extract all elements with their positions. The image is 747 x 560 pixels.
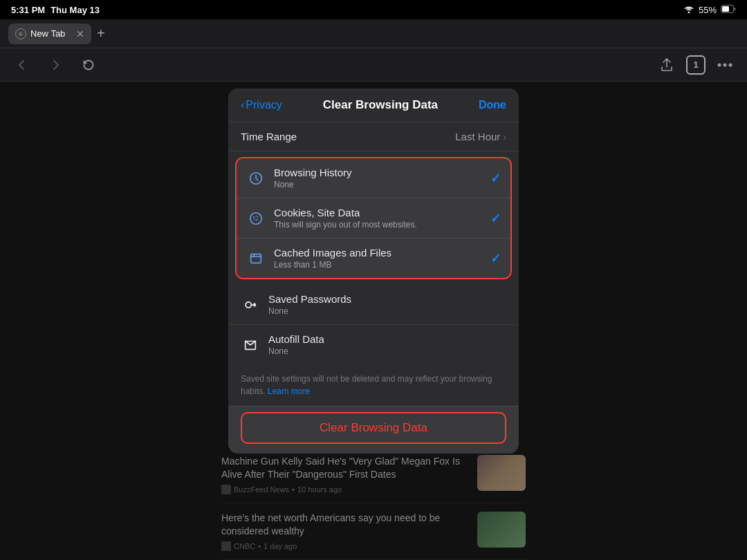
checkmark-icon: ✓ [490,251,501,266]
modal-overlay: ‹ Privacy Clear Browsing Data Done Time … [0,82,747,560]
footer-note: Saved site settings will not be deleted … [228,364,519,406]
tab-count-button[interactable]: 1 [686,55,706,75]
clear-button-section: Clear Browsing Data [228,406,519,454]
checkmark-icon: ✓ [490,211,501,226]
date-display: Thu May 13 [50,5,100,15]
clear-browsing-data-modal: ‹ Privacy Clear Browsing Data Done Time … [228,88,519,454]
checkmark-icon: ✓ [490,171,501,186]
new-tab-button[interactable]: + [97,26,105,41]
row-subtitle: None [268,306,506,316]
back-button[interactable] [11,54,33,76]
modal-header: ‹ Privacy Clear Browsing Data Done [228,88,519,122]
battery-display: 55% [699,5,717,15]
chevron-right-icon: › [503,131,506,142]
reload-button[interactable] [77,54,100,76]
svg-point-3 [723,63,727,66]
tab-bar: ⊕ New Tab ✕ + [0,19,747,48]
browser-toolbar: 1 [0,48,747,82]
svg-point-7 [253,216,255,218]
row-title: Browsing History [274,167,482,179]
additional-rows-section: Saved Passwords None Autofill Data N [228,285,519,364]
checkable-rows-section: Browsing History None ✓ [237,158,510,278]
row-subtitle: This will sign you out of most websites. [274,220,482,230]
clear-browsing-data-button[interactable]: Clear Browsing Data [241,412,506,444]
tab-globe-icon: ⊕ [15,28,26,39]
status-bar: 5:31 PM Thu May 13 55% [0,0,747,19]
wifi-icon [683,5,694,15]
more-button[interactable] [714,54,736,76]
browsing-history-row[interactable]: Browsing History None ✓ [237,158,510,198]
row-title: Cookies, Site Data [274,207,482,219]
svg-point-6 [250,212,262,224]
time-range-label: Time Range [241,131,297,142]
svg-rect-11 [251,254,261,263]
svg-point-10 [254,219,255,220]
saved-passwords-row[interactable]: Saved Passwords None [228,285,519,325]
row-title: Cached Images and Files [274,247,482,259]
cookies-icon [246,209,266,228]
tab-item[interactable]: ⊕ New Tab ✕ [8,24,91,44]
svg-point-8 [257,216,258,217]
back-to-privacy-button[interactable]: ‹ Privacy [241,99,282,111]
svg-point-2 [718,63,721,66]
share-button[interactable] [656,54,678,76]
time-range-value: Last Hour › [455,131,506,142]
forward-button[interactable] [44,54,66,76]
highlighted-data-section: Browsing History None ✓ [235,157,512,279]
learn-more-link[interactable]: Learn more [268,386,310,396]
row-subtitle: None [274,180,482,189]
autofill-data-row[interactable]: Autofill Data None [228,325,519,364]
battery-icon [721,5,736,15]
time-display: 5:31 PM [11,5,45,15]
cookies-row[interactable]: Cookies, Site Data This will sign you ou… [237,198,510,239]
time-range-row[interactable]: Time Range Last Hour › [228,122,519,151]
svg-point-4 [729,63,732,66]
row-title: Autofill Data [268,333,506,346]
history-icon [246,169,266,188]
main-content: Machine Gun Kelly Said He's "Very Glad" … [0,82,747,560]
svg-rect-1 [722,6,729,12]
modal-title: Clear Browsing Data [323,98,438,112]
password-key-icon [241,295,260,315]
cached-images-row[interactable]: Cached Images and Files Less than 1 MB ✓ [237,239,510,278]
back-label: Privacy [246,99,282,111]
autofill-icon [241,335,260,355]
svg-point-9 [256,218,257,220]
row-subtitle: None [268,346,506,356]
tab-close-button[interactable]: ✕ [76,28,84,39]
cache-icon [246,249,266,268]
row-title: Saved Passwords [268,293,506,306]
chevron-left-icon: ‹ [241,99,244,111]
tab-label: New Tab [30,28,65,39]
done-button[interactable]: Done [479,99,506,111]
row-subtitle: Less than 1 MB [274,260,482,270]
